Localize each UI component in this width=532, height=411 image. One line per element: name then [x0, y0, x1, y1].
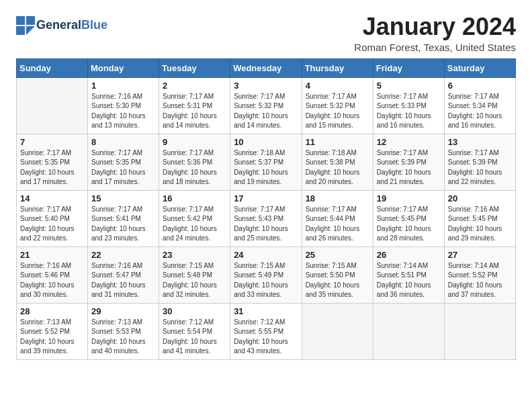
day-info: Sunrise: 7:15 AM Sunset: 5:48 PM Dayligh…: [163, 261, 226, 300]
day-info: Sunrise: 7:17 AM Sunset: 5:31 PM Dayligh…: [163, 92, 226, 131]
day-info: Sunrise: 7:12 AM Sunset: 5:54 PM Dayligh…: [163, 318, 226, 357]
calendar-cell: 26Sunrise: 7:14 AM Sunset: 5:51 PM Dayli…: [373, 246, 444, 303]
calendar-cell: 24Sunrise: 7:15 AM Sunset: 5:49 PM Dayli…: [230, 246, 302, 303]
day-number: 27: [448, 250, 512, 260]
calendar-week-row: 14Sunrise: 7:17 AM Sunset: 5:40 PM Dayli…: [17, 190, 516, 246]
day-number: 1: [91, 81, 155, 91]
day-info: Sunrise: 7:13 AM Sunset: 5:53 PM Dayligh…: [91, 318, 155, 357]
svg-rect-0: [16, 16, 25, 25]
day-number: 24: [234, 250, 298, 260]
logo-text-blue: Blue: [81, 18, 107, 32]
day-number: 30: [163, 306, 226, 316]
calendar-body: 1Sunrise: 7:16 AM Sunset: 5:30 PM Daylig…: [17, 77, 516, 359]
day-number: 3: [234, 81, 298, 91]
svg-rect-1: [26, 16, 35, 25]
day-header-sunday: Sunday: [17, 58, 88, 77]
day-header-tuesday: Tuesday: [159, 58, 230, 77]
svg-rect-2: [16, 26, 25, 35]
day-info: Sunrise: 7:17 AM Sunset: 5:32 PM Dayligh…: [306, 92, 369, 131]
calendar-cell: 7Sunrise: 7:17 AM Sunset: 5:35 PM Daylig…: [17, 134, 88, 190]
day-info: Sunrise: 7:17 AM Sunset: 5:35 PM Dayligh…: [20, 148, 84, 187]
calendar-cell: 6Sunrise: 7:17 AM Sunset: 5:34 PM Daylig…: [444, 77, 515, 134]
page-header: GeneralBlue January 2024 Roman Forest, T…: [16, 13, 516, 53]
day-info: Sunrise: 7:17 AM Sunset: 5:32 PM Dayligh…: [234, 92, 298, 131]
calendar-cell: 4Sunrise: 7:17 AM Sunset: 5:32 PM Daylig…: [302, 77, 373, 134]
day-info: Sunrise: 7:13 AM Sunset: 5:52 PM Dayligh…: [20, 318, 84, 357]
day-header-friday: Friday: [373, 58, 444, 77]
day-number: 22: [91, 250, 155, 260]
day-info: Sunrise: 7:17 AM Sunset: 5:41 PM Dayligh…: [91, 205, 155, 244]
day-info: Sunrise: 7:18 AM Sunset: 5:37 PM Dayligh…: [234, 148, 298, 187]
day-header-saturday: Saturday: [444, 58, 515, 77]
logo-text-general: General: [36, 18, 81, 32]
day-info: Sunrise: 7:17 AM Sunset: 5:34 PM Dayligh…: [448, 92, 512, 131]
calendar-cell: 10Sunrise: 7:18 AM Sunset: 5:37 PM Dayli…: [230, 134, 302, 190]
day-info: Sunrise: 7:16 AM Sunset: 5:47 PM Dayligh…: [91, 261, 155, 300]
calendar-cell: 5Sunrise: 7:17 AM Sunset: 5:33 PM Daylig…: [373, 77, 444, 134]
calendar-cell: 2Sunrise: 7:17 AM Sunset: 5:31 PM Daylig…: [159, 77, 230, 134]
calendar-cell: 11Sunrise: 7:18 AM Sunset: 5:38 PM Dayli…: [302, 134, 373, 190]
day-number: 7: [20, 137, 84, 147]
day-info: Sunrise: 7:17 AM Sunset: 5:39 PM Dayligh…: [377, 148, 441, 187]
calendar-cell: 22Sunrise: 7:16 AM Sunset: 5:47 PM Dayli…: [88, 246, 159, 303]
calendar-cell: 14Sunrise: 7:17 AM Sunset: 5:40 PM Dayli…: [17, 190, 88, 246]
calendar-cell: 27Sunrise: 7:14 AM Sunset: 5:52 PM Dayli…: [444, 246, 515, 303]
day-info: Sunrise: 7:17 AM Sunset: 5:35 PM Dayligh…: [91, 148, 155, 187]
calendar-header-row: SundayMondayTuesdayWednesdayThursdayFrid…: [17, 58, 516, 77]
day-number: 10: [234, 137, 298, 147]
day-info: Sunrise: 7:14 AM Sunset: 5:51 PM Dayligh…: [377, 261, 441, 300]
calendar-cell: 30Sunrise: 7:12 AM Sunset: 5:54 PM Dayli…: [159, 303, 230, 359]
calendar-cell: [17, 77, 88, 134]
calendar-cell: 9Sunrise: 7:17 AM Sunset: 5:36 PM Daylig…: [159, 134, 230, 190]
calendar-cell: 8Sunrise: 7:17 AM Sunset: 5:35 PM Daylig…: [88, 134, 159, 190]
calendar-cell: 29Sunrise: 7:13 AM Sunset: 5:53 PM Dayli…: [88, 303, 159, 359]
logo: GeneralBlue: [16, 16, 107, 35]
day-info: Sunrise: 7:17 AM Sunset: 5:43 PM Dayligh…: [234, 205, 298, 244]
day-info: Sunrise: 7:18 AM Sunset: 5:38 PM Dayligh…: [306, 148, 369, 187]
day-header-wednesday: Wednesday: [230, 58, 302, 77]
day-number: 31: [234, 306, 298, 316]
calendar-cell: 15Sunrise: 7:17 AM Sunset: 5:41 PM Dayli…: [88, 190, 159, 246]
day-number: 4: [306, 81, 369, 91]
title-block: January 2024 Roman Forest, Texas, United…: [354, 13, 516, 53]
day-info: Sunrise: 7:17 AM Sunset: 5:39 PM Dayligh…: [448, 148, 512, 187]
calendar-cell: 31Sunrise: 7:12 AM Sunset: 5:55 PM Dayli…: [230, 303, 302, 359]
calendar-cell: 1Sunrise: 7:16 AM Sunset: 5:30 PM Daylig…: [88, 77, 159, 134]
calendar-title: January 2024: [354, 13, 516, 40]
calendar-cell: 13Sunrise: 7:17 AM Sunset: 5:39 PM Dayli…: [444, 134, 515, 190]
day-info: Sunrise: 7:17 AM Sunset: 5:42 PM Dayligh…: [163, 205, 226, 244]
day-info: Sunrise: 7:17 AM Sunset: 5:44 PM Dayligh…: [306, 205, 369, 244]
day-header-monday: Monday: [88, 58, 159, 77]
day-number: 23: [163, 250, 226, 260]
day-info: Sunrise: 7:17 AM Sunset: 5:40 PM Dayligh…: [20, 205, 84, 244]
calendar-cell: [373, 303, 444, 359]
day-number: 16: [163, 193, 226, 203]
day-number: 28: [20, 306, 84, 316]
day-info: Sunrise: 7:14 AM Sunset: 5:52 PM Dayligh…: [448, 261, 512, 300]
calendar-subtitle: Roman Forest, Texas, United States: [354, 42, 516, 53]
calendar-week-row: 21Sunrise: 7:16 AM Sunset: 5:46 PM Dayli…: [17, 246, 516, 303]
day-number: 17: [234, 193, 298, 203]
day-number: 5: [377, 81, 441, 91]
calendar-cell: [302, 303, 373, 359]
calendar-cell: 12Sunrise: 7:17 AM Sunset: 5:39 PM Dayli…: [373, 134, 444, 190]
day-number: 21: [20, 250, 84, 260]
day-info: Sunrise: 7:16 AM Sunset: 5:30 PM Dayligh…: [91, 92, 155, 131]
calendar-week-row: 28Sunrise: 7:13 AM Sunset: 5:52 PM Dayli…: [17, 303, 516, 359]
calendar-cell: 3Sunrise: 7:17 AM Sunset: 5:32 PM Daylig…: [230, 77, 302, 134]
calendar-cell: 17Sunrise: 7:17 AM Sunset: 5:43 PM Dayli…: [230, 190, 302, 246]
day-info: Sunrise: 7:12 AM Sunset: 5:55 PM Dayligh…: [234, 318, 298, 357]
day-number: 19: [377, 193, 441, 203]
day-number: 12: [377, 137, 441, 147]
calendar-cell: 20Sunrise: 7:16 AM Sunset: 5:45 PM Dayli…: [444, 190, 515, 246]
calendar-cell: 23Sunrise: 7:15 AM Sunset: 5:48 PM Dayli…: [159, 246, 230, 303]
calendar-week-row: 7Sunrise: 7:17 AM Sunset: 5:35 PM Daylig…: [17, 134, 516, 190]
day-info: Sunrise: 7:15 AM Sunset: 5:49 PM Dayligh…: [234, 261, 298, 300]
day-info: Sunrise: 7:17 AM Sunset: 5:45 PM Dayligh…: [377, 205, 441, 244]
day-number: 25: [306, 250, 369, 260]
day-number: 18: [306, 193, 369, 203]
day-header-thursday: Thursday: [302, 58, 373, 77]
day-number: 29: [91, 306, 155, 316]
day-number: 6: [448, 81, 512, 91]
day-number: 13: [448, 137, 512, 147]
